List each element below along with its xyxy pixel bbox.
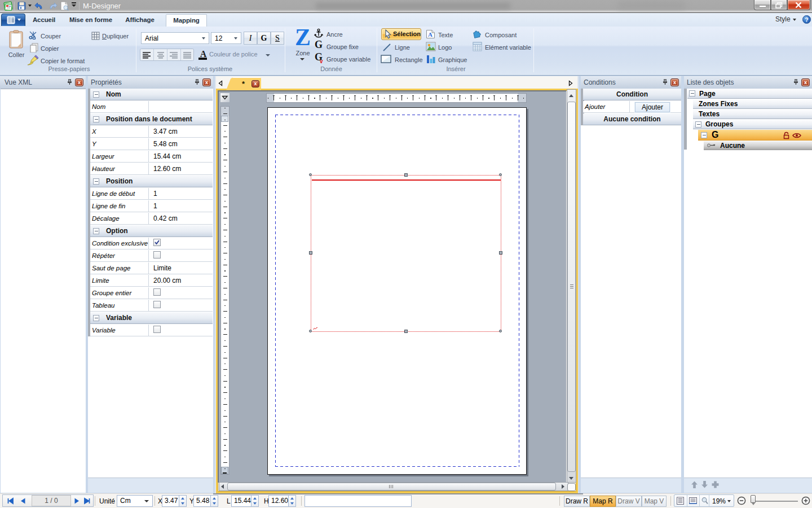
svg-text:A: A (428, 31, 433, 38)
